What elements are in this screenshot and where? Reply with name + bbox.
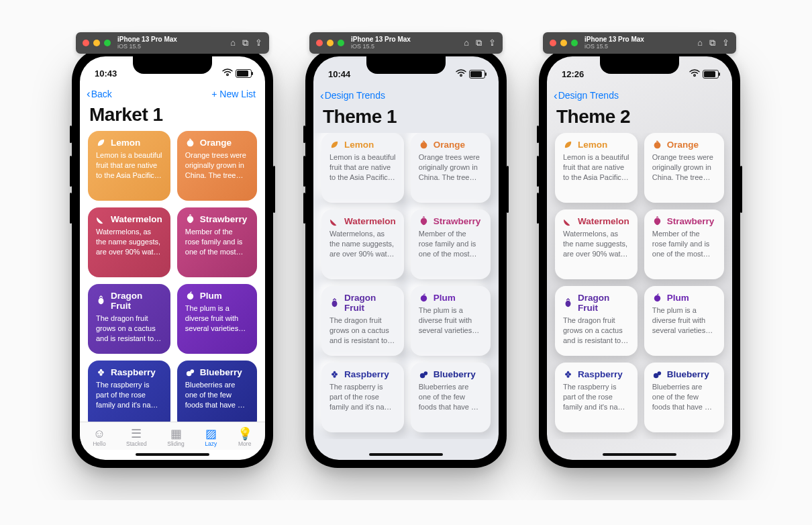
- traffic-minimize-icon[interactable]: [327, 40, 334, 46]
- card-plum[interactable]: Plum The plum is a diverse fruit with se…: [644, 286, 724, 356]
- wifi-icon: [456, 69, 466, 79]
- lemon-icon: [563, 140, 573, 150]
- orange-icon: [185, 138, 195, 148]
- new-list-button[interactable]: + New List: [211, 89, 256, 99]
- card-strawberry[interactable]: Strawberry Member of the rose family and…: [411, 209, 491, 279]
- traffic-close-icon[interactable]: [83, 40, 89, 46]
- card-plum[interactable]: Plum The plum is a diverse fruit with se…: [177, 284, 257, 354]
- tab-sliding[interactable]: ▦ Sliding: [164, 426, 187, 448]
- sim-share-icon[interactable]: ⇪: [722, 38, 729, 48]
- traffic-zoom-icon[interactable]: [104, 40, 111, 46]
- lemon-icon: [96, 138, 106, 148]
- status-time: 12:26: [562, 69, 584, 79]
- card-blueberry[interactable]: Blueberry Blueberries are one of the few…: [177, 361, 257, 422]
- sim-device-name: iPhone 13 Pro Max: [585, 36, 697, 44]
- strawberry-icon: [185, 214, 195, 224]
- card-raspberry[interactable]: Raspberry The raspberry is part of the r…: [88, 361, 170, 422]
- dragon-fruit-icon: [329, 298, 340, 308]
- device-frame: 12:26 ‹ Design Trends Theme 2 Lemon: [539, 48, 740, 468]
- card-raspberry[interactable]: Raspberry The raspberry is part of the r…: [321, 363, 404, 432]
- sim-home-icon[interactable]: ⌂: [230, 38, 236, 48]
- watermelon-icon: [329, 216, 340, 226]
- card-watermelon[interactable]: Watermelon Watermelons, as the name sugg…: [321, 209, 404, 279]
- dragon-fruit-icon: [96, 295, 106, 305]
- card-orange[interactable]: Orange Orange trees were originally grow…: [411, 133, 491, 203]
- tab-more[interactable]: 💡 More: [235, 426, 255, 448]
- card-dragon-fruit[interactable]: Dragon Fruit The dragon fruit grows on a…: [88, 284, 170, 354]
- raspberry-icon: [329, 369, 340, 379]
- traffic-zoom-icon[interactable]: [571, 40, 578, 46]
- sim-screenshot-icon[interactable]: ⧉: [242, 38, 248, 48]
- back-button[interactable]: ‹ Back: [87, 88, 112, 99]
- card-lemon[interactable]: Lemon Lemon is a beautiful fruit that ar…: [321, 133, 404, 203]
- sim-os-name: iOS 15.5: [585, 44, 697, 50]
- sim-home-icon[interactable]: ⌂: [697, 38, 703, 48]
- lightbulb-icon: 💡: [238, 428, 252, 440]
- simulator-toolbar: iPhone 13 Pro Max iOS 15.5 ⌂ ⧉ ⇪: [309, 32, 503, 54]
- sim-device-name: iPhone 13 Pro Max: [351, 36, 464, 44]
- traffic-minimize-icon[interactable]: [560, 40, 567, 46]
- chevron-left-icon: ‹: [320, 90, 324, 101]
- notch: [366, 56, 446, 74]
- back-button[interactable]: ‹ Design Trends: [554, 90, 619, 101]
- sim-os-name: iOS 15.5: [351, 44, 464, 50]
- home-indicator[interactable]: [603, 453, 676, 456]
- traffic-close-icon[interactable]: [316, 40, 323, 46]
- tab-hello[interactable]: ☺ Hello: [90, 426, 108, 448]
- card-blueberry[interactable]: Blueberry Blueberries are one of the few…: [411, 363, 491, 432]
- traffic-minimize-icon[interactable]: [93, 40, 100, 46]
- wifi-icon: [222, 68, 233, 79]
- card-orange[interactable]: Orange Orange trees were originally grow…: [644, 133, 724, 203]
- page-title: Market 1: [89, 104, 265, 126]
- sim-share-icon[interactable]: ⇪: [489, 38, 496, 48]
- chevron-left-icon: ‹: [87, 88, 91, 99]
- card-orange[interactable]: Orange Orange trees were originally grow…: [177, 131, 257, 201]
- card-watermelon[interactable]: Watermelon Watermelons, as the name sugg…: [88, 207, 170, 277]
- chevron-left-icon: ‹: [554, 90, 558, 101]
- plum-icon: [185, 291, 195, 301]
- sim-device-name: iPhone 13 Pro Max: [117, 36, 230, 44]
- card-plum[interactable]: Plum The plum is a diverse fruit with se…: [411, 286, 491, 356]
- page-title: Theme 2: [556, 106, 732, 128]
- sim-screenshot-icon[interactable]: ⧉: [709, 38, 715, 48]
- plum-icon: [652, 293, 662, 303]
- sim-share-icon[interactable]: ⇪: [255, 38, 262, 48]
- watermelon-icon: [96, 214, 106, 224]
- card-lemon[interactable]: Lemon Lemon is a beautiful fruit that ar…: [88, 131, 170, 201]
- sim-os-name: iOS 15.5: [117, 44, 230, 50]
- tab-stacked[interactable]: ☰ Stacked: [123, 426, 150, 448]
- grid-2x2-icon: ▦: [170, 428, 182, 440]
- battery-icon: [469, 70, 485, 79]
- card-dragon-fruit[interactable]: Dragon Fruit The dragon fruit grows on a…: [555, 286, 638, 356]
- lemon-icon: [329, 140, 340, 150]
- raspberry-icon: [563, 369, 573, 379]
- blueberry-icon: [652, 369, 662, 379]
- sim-screenshot-icon[interactable]: ⧉: [476, 38, 482, 48]
- notch: [133, 56, 212, 74]
- card-strawberry[interactable]: Strawberry Member of the rose family and…: [177, 207, 257, 277]
- stack-icon: ☰: [131, 428, 142, 440]
- tab-lazy[interactable]: ▨ Lazy: [202, 426, 219, 448]
- card-strawberry[interactable]: Strawberry Member of the rose family and…: [644, 209, 724, 279]
- traffic-zoom-icon[interactable]: [338, 40, 344, 46]
- orange-icon: [652, 140, 662, 150]
- card-lemon[interactable]: Lemon Lemon is a beautiful fruit that ar…: [555, 133, 638, 203]
- watermelon-icon: [563, 216, 573, 226]
- home-indicator[interactable]: [369, 453, 443, 456]
- traffic-close-icon[interactable]: [550, 40, 556, 46]
- card-dragon-fruit[interactable]: Dragon Fruit The dragon fruit grows on a…: [321, 286, 404, 356]
- back-button[interactable]: ‹ Design Trends: [320, 90, 385, 101]
- raspberry-icon: [96, 367, 106, 377]
- card-blueberry[interactable]: Blueberry Blueberries are one of the few…: [644, 363, 724, 432]
- strawberry-icon: [652, 216, 662, 226]
- card-raspberry[interactable]: Raspberry The raspberry is part of the r…: [555, 363, 638, 432]
- page-title: Theme 1: [323, 106, 499, 128]
- card-watermelon[interactable]: Watermelon Watermelons, as the name sugg…: [555, 209, 638, 279]
- notch: [600, 56, 679, 74]
- dragon-fruit-icon: [563, 298, 573, 308]
- back-label: Back: [91, 89, 112, 99]
- sim-home-icon[interactable]: ⌂: [464, 38, 469, 48]
- orange-icon: [419, 140, 429, 150]
- strawberry-icon: [419, 216, 429, 226]
- home-indicator[interactable]: [136, 453, 209, 456]
